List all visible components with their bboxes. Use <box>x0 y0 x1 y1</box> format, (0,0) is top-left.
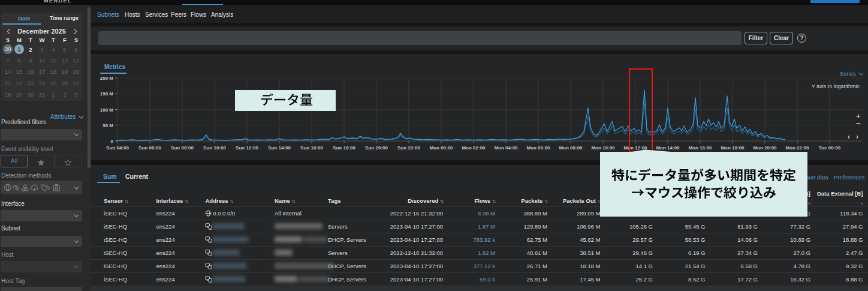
svg-text:150 M: 150 M <box>100 91 114 97</box>
svg-text:Mon 06:00: Mon 06:00 <box>526 145 550 151</box>
svg-text:50 M: 50 M <box>103 123 113 128</box>
svg-text:Sun 06:00: Sun 06:00 <box>138 145 161 151</box>
svg-text:Mon 16:00: Mon 16:00 <box>688 145 712 151</box>
svg-text:Mon 18:00: Mon 18:00 <box>721 145 745 151</box>
svg-text:Sun 22:00: Sun 22:00 <box>397 145 420 151</box>
svg-text:0: 0 <box>111 139 114 144</box>
svg-text:Sun 08:00: Sun 08:00 <box>171 145 194 151</box>
svg-text:Sun 04:00: Sun 04:00 <box>106 145 129 151</box>
svg-text:Sun 16:00: Sun 16:00 <box>300 145 323 151</box>
svg-text:Mon 00:00: Mon 00:00 <box>429 145 453 151</box>
svg-text:Sun 10:00: Sun 10:00 <box>203 145 226 151</box>
svg-text:Sun 12:00: Sun 12:00 <box>236 145 258 151</box>
svg-text:200 M: 200 M <box>100 76 114 81</box>
svg-text:Sun 20:00: Sun 20:00 <box>365 145 388 151</box>
svg-text:Mon 10:00: Mon 10:00 <box>591 145 615 151</box>
svg-text:Mon 22:00: Mon 22:00 <box>785 145 809 151</box>
svg-text:Sun 14:00: Sun 14:00 <box>268 145 291 151</box>
svg-text:Mon 04:00: Mon 04:00 <box>494 145 518 151</box>
svg-text:Tue 00:00: Tue 00:00 <box>819 145 841 151</box>
svg-text:100 M: 100 M <box>100 107 114 113</box>
svg-text:Sun 18:00: Sun 18:00 <box>333 145 355 151</box>
svg-text:Mon 08:00: Mon 08:00 <box>559 145 583 151</box>
svg-text:Mon 02:00: Mon 02:00 <box>462 145 486 151</box>
svg-text:Mon 20:00: Mon 20:00 <box>753 145 777 151</box>
